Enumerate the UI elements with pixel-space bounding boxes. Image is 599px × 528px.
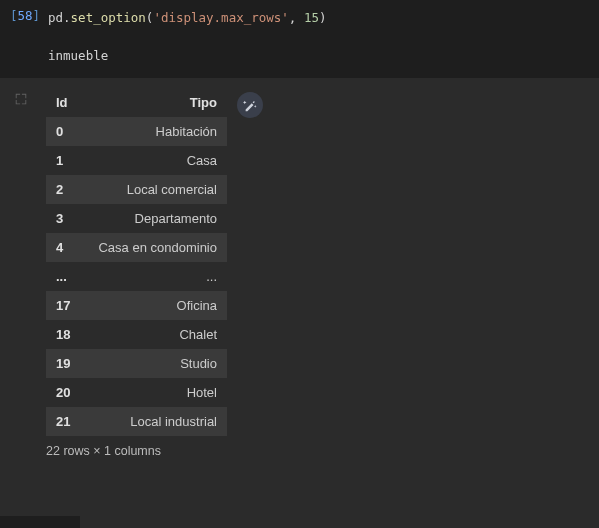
code-line: pd.set_option('display.max_rows', 15)	[48, 8, 589, 28]
row-index: 21	[46, 407, 88, 436]
cell-value: ...	[88, 262, 227, 291]
cell-value: Chalet	[88, 320, 227, 349]
cell-value: Departamento	[88, 204, 227, 233]
table-header-row: Id Tipo	[46, 88, 227, 117]
table-row: 3Departamento	[46, 204, 227, 233]
next-cell-strip	[0, 516, 80, 528]
cell-value: Habitación	[88, 117, 227, 146]
row-index: 2	[46, 175, 88, 204]
suggest-charts-button[interactable]	[237, 92, 263, 118]
dataframe-shape-footer: 22 rows × 1 columns	[46, 444, 263, 458]
table-row: ......	[46, 262, 227, 291]
row-index: 1	[46, 146, 88, 175]
cell-value: Local industrial	[88, 407, 227, 436]
cell-value: Casa	[88, 146, 227, 175]
code-line: inmueble	[48, 46, 589, 66]
row-index: 20	[46, 378, 88, 407]
table-row: 20Hotel	[46, 378, 227, 407]
dataframe-table: Id Tipo 0Habitación1Casa2Local comercial…	[46, 88, 227, 436]
cell-value: Studio	[88, 349, 227, 378]
cell-output: Id Tipo 0Habitación1Casa2Local comercial…	[0, 78, 599, 468]
table-row: 19Studio	[46, 349, 227, 378]
table-row: 1Casa	[46, 146, 227, 175]
row-index: 3	[46, 204, 88, 233]
table-row: 4Casa en condominio	[46, 233, 227, 262]
row-index: 19	[46, 349, 88, 378]
execution-count: [58]	[10, 8, 40, 23]
row-index: 17	[46, 291, 88, 320]
table-row: 0Habitación	[46, 117, 227, 146]
table-row: 18Chalet	[46, 320, 227, 349]
table-row: 17Oficina	[46, 291, 227, 320]
row-index: 18	[46, 320, 88, 349]
cell-value: Oficina	[88, 291, 227, 320]
table-row: 21Local industrial	[46, 407, 227, 436]
row-index: 0	[46, 117, 88, 146]
table-row: 2Local comercial	[46, 175, 227, 204]
column-header: Tipo	[88, 88, 227, 117]
cell-value: Hotel	[88, 378, 227, 407]
code-editor[interactable]: pd.set_option('display.max_rows', 15) in…	[48, 8, 589, 66]
output-expand-icon[interactable]	[6, 88, 46, 109]
row-index: 4	[46, 233, 88, 262]
index-header: Id	[46, 88, 88, 117]
code-cell[interactable]: [58] pd.set_option('display.max_rows', 1…	[0, 0, 599, 78]
cell-value: Local comercial	[88, 175, 227, 204]
row-index: ...	[46, 262, 88, 291]
cell-value: Casa en condominio	[88, 233, 227, 262]
